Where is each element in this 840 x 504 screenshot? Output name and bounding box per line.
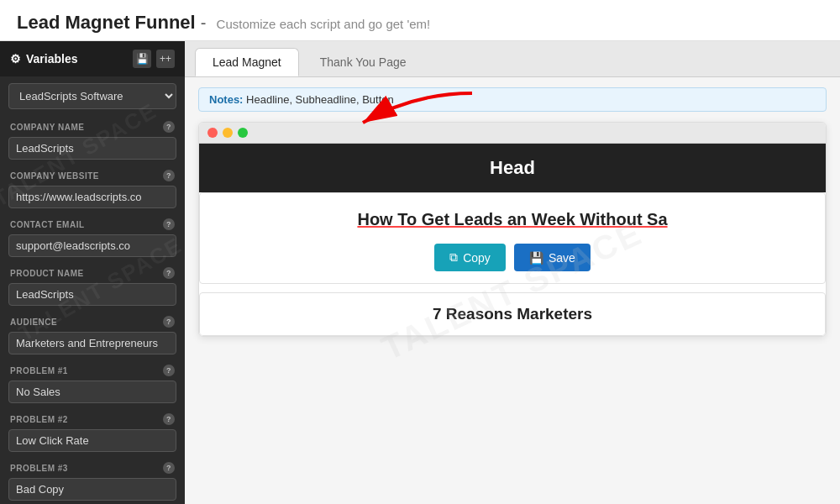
notes-bar: Notes: Headline, Subheadline, Button — [198, 87, 827, 112]
company-website-label: COMPANY WEBSITE ? — [0, 165, 185, 183]
page-header: Lead Magnet Funnel - Customize each scri… — [0, 0, 840, 41]
company-name-help[interactable]: ? — [163, 121, 175, 133]
preview-area: Notes: Headline, Subheadline, Button Hea… — [185, 77, 840, 504]
copy-icon: ⧉ — [449, 250, 458, 265]
contact-email-input[interactable] — [8, 234, 176, 257]
field-company-website: COMPANY WEBSITE ? — [0, 165, 185, 213]
problem2-label: PROBLEM #2 ? — [0, 408, 185, 427]
notes-text: Headline, Subheadline, Button — [246, 93, 394, 106]
problem3-help[interactable]: ? — [163, 462, 175, 474]
hero-text: Head — [490, 157, 535, 178]
problem2-input[interactable] — [8, 429, 176, 452]
sidebar-header-icons: + — [133, 50, 175, 68]
product-name-help[interactable]: ? — [163, 267, 175, 279]
main-layout: Variables + LeadScripts Software Custom — [0, 41, 840, 504]
save-label: Save — [549, 251, 575, 265]
problem1-input[interactable] — [8, 381, 176, 403]
company-select[interactable]: LeadScripts Software Custom — [8, 83, 176, 109]
sidebar-header: Variables + — [0, 41, 185, 76]
content-card-1: How To Get Leads an Week Without Sa ⧉ Co… — [199, 192, 826, 284]
subtitle-text: Customize each script and go get 'em! — [217, 17, 431, 31]
product-name-label: PRODUCT NAME ? — [0, 262, 185, 281]
field-audience: AUDIENCE ? — [0, 311, 185, 360]
browser-mockup: Head How To Get Leads an Week Without Sa… — [198, 122, 827, 337]
company-name-input[interactable] — [8, 137, 176, 160]
problem2-help[interactable]: ? — [163, 413, 175, 425]
gear-icon — [10, 52, 21, 66]
field-problem1: PROBLEM #1 ? — [0, 360, 185, 408]
save-button[interactable]: 💾 Save — [514, 244, 591, 271]
browser-dot-green — [238, 128, 248, 138]
tabs-bar: Lead Magnet Thank You Page — [185, 41, 840, 77]
problem3-input[interactable] — [8, 478, 176, 501]
browser-dot-red — [207, 128, 218, 138]
hero-section: Head — [199, 144, 826, 192]
field-problem3: PROBLEM #3 ? — [0, 457, 185, 504]
browser-dot-yellow — [223, 128, 233, 138]
save-variables-button[interactable] — [133, 50, 151, 68]
company-website-help[interactable]: ? — [163, 170, 175, 181]
tab-lead-magnet[interactable]: Lead Magnet — [195, 48, 299, 76]
copy-label: Copy — [463, 251, 491, 265]
notes-prefix: Notes: — [209, 93, 243, 106]
field-product-name: PRODUCT NAME ? — [0, 262, 185, 311]
save-floppy-icon: 💾 — [529, 251, 543, 265]
contact-email-help[interactable]: ? — [163, 218, 175, 230]
card1-actions: ⧉ Copy 💾 Save — [213, 244, 811, 271]
page-title: Lead Magnet Funnel - Customize each scri… — [17, 12, 430, 33]
audience-input[interactable] — [8, 332, 176, 354]
content-card-2: 7 Reasons Marketers — [199, 292, 826, 336]
audience-help[interactable]: ? — [163, 316, 175, 328]
card1-title: How To Get Leads an Week Without Sa — [213, 208, 811, 230]
save-icon — [136, 53, 149, 65]
company-website-input[interactable] — [8, 186, 176, 208]
problem3-label: PROBLEM #3 ? — [0, 457, 185, 475]
sidebar: Variables + LeadScripts Software Custom — [0, 41, 185, 504]
tab-thank-you-page[interactable]: Thank You Page — [302, 48, 424, 76]
card2-title: 7 Reasons Marketers — [213, 305, 811, 323]
dash: - — [201, 13, 207, 32]
problem1-label: PROBLEM #1 ? — [0, 360, 185, 378]
company-name-label: COMPANY NAME ? — [0, 116, 185, 134]
contact-email-label: CONTACT EMAIL ? — [0, 213, 185, 232]
field-problem2: PROBLEM #2 ? — [0, 408, 185, 457]
title-text: Lead Magnet Funnel — [17, 12, 196, 33]
browser-titlebar — [199, 123, 826, 144]
sidebar-title-label: Variables — [26, 52, 78, 66]
content-area: Lead Magnet Thank You Page — [185, 41, 840, 504]
plus-icon: + — [160, 53, 171, 65]
field-contact-email: CONTACT EMAIL ? — [0, 213, 185, 262]
sidebar-title: Variables — [10, 52, 78, 66]
copy-button[interactable]: ⧉ Copy — [434, 244, 506, 271]
add-variable-button[interactable]: + — [156, 50, 175, 68]
field-company-name: COMPANY NAME ? — [0, 116, 185, 165]
problem1-help[interactable]: ? — [163, 365, 175, 376]
audience-label: AUDIENCE ? — [0, 311, 185, 329]
product-name-input[interactable] — [8, 283, 176, 306]
